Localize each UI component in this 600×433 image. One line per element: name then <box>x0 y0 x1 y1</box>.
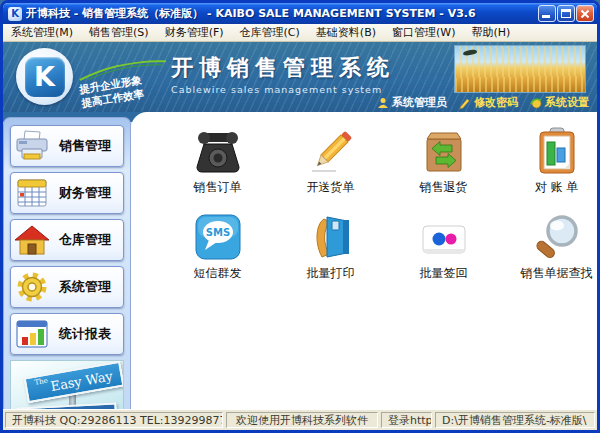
home-icon <box>11 224 53 256</box>
sidebar-item-finance[interactable]: 财务管理 <box>10 172 124 214</box>
minimize-button[interactable] <box>538 5 556 22</box>
sidebar-item-label: 销售管理 <box>53 137 123 155</box>
batch-sign-dots-icon <box>419 211 469 261</box>
sidebar-item-label: 仓库管理 <box>53 231 123 249</box>
shortcut-sales-order[interactable]: 销售订单 <box>161 125 274 196</box>
easy-hard-way-image: TheEasy Way TheHard Way <box>10 360 124 409</box>
shortcut-label: 短信群发 <box>194 265 242 282</box>
maximize-button[interactable] <box>557 5 575 22</box>
printer-icon <box>11 130 53 162</box>
return-box-icon <box>421 125 467 175</box>
wheat-field-photo <box>454 45 586 93</box>
menu-finance[interactable]: 财务管理(F) <box>157 24 232 41</box>
quicklinks: 系统管理员 修改密码 系统设置 <box>377 95 589 110</box>
status-website-link[interactable]: 登录http://www.757abc.com获取更多... <box>381 412 432 428</box>
sidebar-item-sales[interactable]: 销售管理 <box>10 125 124 167</box>
current-user-label: 系统管理员 <box>392 95 447 110</box>
shortcut-batch-signback[interactable]: 批量签回 <box>387 211 500 282</box>
system-settings-label: 系统设置 <box>545 95 589 110</box>
app-title: 开博销售管理系统 <box>171 53 395 83</box>
batch-print-binder-icon <box>307 211 355 261</box>
shortcut-find-sales-doc[interactable]: 销售单据查找 <box>500 211 597 282</box>
brand-logo-letter: K <box>25 57 65 97</box>
search-magnifier-icon <box>532 211 582 261</box>
bar-chart-icon <box>11 318 53 350</box>
change-password-label: 修改密码 <box>474 95 518 110</box>
close-button[interactable] <box>576 5 594 22</box>
calendar-icon <box>11 177 53 209</box>
app-window: K 开博科技 - 销售管理系统（标准版） - KAIBO SALE MANAGE… <box>0 0 600 433</box>
app-subtitle: Cablewire sales management system <box>171 84 395 95</box>
sidebar-item-warehouse[interactable]: 仓库管理 <box>10 219 124 261</box>
shortcut-label: 批量打印 <box>307 265 355 282</box>
menu-help[interactable]: 帮助(H) <box>463 24 518 41</box>
shortcut-label: 销售退货 <box>420 179 468 196</box>
status-contact: 开博科技 QQ:29286113 TEL:13929987799 <box>5 412 223 428</box>
edit-pencil-icon <box>459 97 471 109</box>
gear-icon <box>11 270 53 304</box>
status-install-path: D:\开博销售管理系统-标准版\ <box>435 412 595 428</box>
menu-window[interactable]: 窗口管理(W) <box>384 24 463 41</box>
settings-globe-icon <box>530 97 542 109</box>
user-icon <box>377 97 389 109</box>
sidebar-item-system[interactable]: 系统管理 <box>10 266 124 308</box>
window-title: 开博科技 - 销售管理系统（标准版） - KAIBO SALE MANAGEME… <box>26 6 537 21</box>
header-banner: K 提升企业形象 提高工作效率 开博销售管理系统 Cablewire sales… <box>3 42 597 112</box>
shortcut-label: 销售单据查找 <box>521 265 593 282</box>
main-body: 销售管理 财务管理 <box>3 112 597 409</box>
sidebar-item-label: 系统管理 <box>53 278 123 296</box>
sidebar-item-reports[interactable]: 统计报表 <box>10 313 124 355</box>
sms-icon: SMS <box>194 211 242 261</box>
shortcut-grid: 销售订单 <box>161 125 597 282</box>
shortcut-sms-broadcast[interactable]: SMS 短信群发 <box>161 211 274 282</box>
banner-titles: 开博销售管理系统 Cablewire sales management syst… <box>171 53 395 95</box>
titlebar: K 开博科技 - 销售管理系统（标准版） - KAIBO SALE MANAGE… <box>3 3 597 24</box>
menu-system[interactable]: 系统管理(M) <box>3 24 81 41</box>
pencil-icon <box>306 125 356 175</box>
svg-text:SMS: SMS <box>205 227 229 238</box>
app-logo-icon: K <box>8 7 22 21</box>
menubar: 系统管理(M) 销售管理(S) 财务管理(F) 仓库管理(C) 基础资料(B) … <box>3 24 597 42</box>
shortcut-delivery-note[interactable]: 开送货单 <box>274 125 387 196</box>
shortcut-label: 对 账 单 <box>535 179 579 196</box>
statusbar: 开博科技 QQ:29286113 TEL:13929987799 欢迎使用开博科… <box>3 409 597 430</box>
brand-slogan: 提升企业形象 提高工作效率 <box>77 57 174 110</box>
sidebar: 销售管理 财务管理 <box>3 117 131 409</box>
telephone-icon <box>193 125 243 175</box>
menu-warehouse[interactable]: 仓库管理(C) <box>232 24 308 41</box>
shortcut-sales-return[interactable]: 销售退货 <box>387 125 500 196</box>
sidebar-item-label: 财务管理 <box>53 184 123 202</box>
shortcut-statement[interactable]: 对 账 单 <box>500 125 597 196</box>
current-user-link[interactable]: 系统管理员 <box>377 95 447 110</box>
shortcut-label: 开送货单 <box>307 179 355 196</box>
status-welcome: 欢迎使用开博科技系列软件 <box>226 412 378 428</box>
change-password-link[interactable]: 修改密码 <box>459 95 518 110</box>
menu-sales[interactable]: 销售管理(S) <box>81 24 157 41</box>
statement-clipboard-icon <box>535 125 579 175</box>
shortcut-label: 批量签回 <box>420 265 468 282</box>
brand-logo-icon: K <box>16 48 73 105</box>
menu-basedata[interactable]: 基础资料(B) <box>308 24 384 41</box>
sidebar-item-label: 统计报表 <box>53 325 123 343</box>
shortcut-label: 销售订单 <box>194 179 242 196</box>
shortcut-batch-print[interactable]: 批量打印 <box>274 211 387 282</box>
workspace: 销售订单 <box>131 112 597 409</box>
hard-way-sign: TheHard Way <box>16 402 118 409</box>
system-settings-link[interactable]: 系统设置 <box>530 95 589 110</box>
